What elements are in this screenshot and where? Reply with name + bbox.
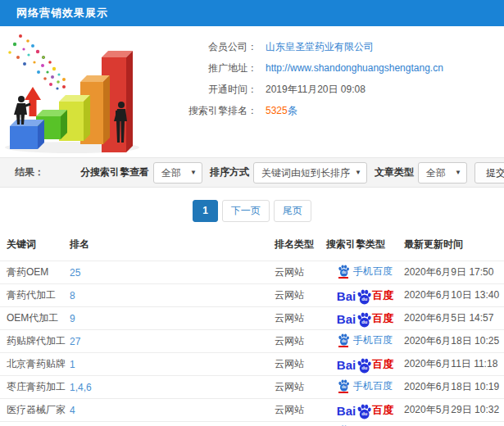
baidu-paw-icon: du bbox=[338, 379, 350, 393]
rank-type-cell: 云网站 bbox=[275, 422, 326, 426]
header-rank: 排名 bbox=[70, 230, 275, 261]
updated-cell: 2020年6月5日 14:57 bbox=[404, 307, 504, 330]
baidu-paw-icon: du bbox=[338, 333, 350, 347]
table-row: 菏泽膏药厂家 17 云网站 du 手机百度 bbox=[0, 422, 504, 426]
updated-cell: 2020年6月18日 10:19 bbox=[404, 376, 504, 399]
updated-cell: 2020年6月11日 11:40 bbox=[404, 422, 504, 426]
rank-count-number: 5325 bbox=[266, 105, 288, 116]
keyword-cell: 药贴牌代加工 bbox=[0, 330, 70, 353]
baidu-bai-text: Bai bbox=[337, 289, 356, 303]
confetti-dots bbox=[8, 34, 66, 90]
company-label: 会员公司： bbox=[157, 36, 257, 57]
baidu-red-underline bbox=[338, 346, 348, 347]
sort-select[interactable]: 关键词由短到长排序 ▼ bbox=[253, 162, 367, 184]
baidu-logo: Bai du 百度 bbox=[337, 310, 393, 326]
article-type-select[interactable]: 全部 ▼ bbox=[418, 162, 467, 184]
keyword-cell: 枣庄膏药加工 bbox=[0, 376, 70, 399]
baidu-bai-text: Bai bbox=[337, 404, 356, 418]
rank-type-cell: 云网站 bbox=[275, 284, 326, 307]
mobile-baidu-label: 手机百度 bbox=[353, 379, 393, 393]
pagination: 1 下一页 尾页 bbox=[0, 200, 504, 222]
engine-filter-value: 全部 bbox=[161, 167, 181, 179]
sort-value: 关键词由短到长排序 bbox=[261, 167, 350, 179]
rank-link[interactable]: 1,4,6 bbox=[70, 382, 92, 393]
bar-chart-illustration-svg bbox=[0, 29, 157, 156]
promo-url-link[interactable]: http://www.shandonghuangshengtang.cn bbox=[266, 57, 443, 79]
growth-arrow bbox=[25, 87, 41, 116]
table-row: 北京膏药贴牌 1 云网站 Bai du 百度 2 bbox=[0, 353, 504, 376]
submit-button[interactable]: 提交 bbox=[474, 162, 504, 184]
keyword-cell: 北京膏药贴牌 bbox=[0, 353, 70, 376]
engine-filter-select[interactable]: 全部 ▼ bbox=[153, 162, 202, 184]
paw-du-text: du bbox=[361, 365, 367, 370]
rank-type-cell: 云网站 bbox=[275, 353, 326, 376]
paw-du-text: du bbox=[342, 339, 347, 343]
header-engine-type: 搜索引擎类型 bbox=[326, 230, 404, 261]
rank-link[interactable]: 1 bbox=[70, 359, 75, 370]
baidu-bai-text: Bai bbox=[337, 312, 356, 326]
account-info-list: 会员公司： 山东皇圣堂药业有限公司 推广地址： http://www.shand… bbox=[157, 29, 443, 156]
results-table-body: 膏药OEM 25 云网站 du 手机百度 bbox=[0, 261, 504, 426]
paw-du-text: du bbox=[342, 270, 347, 274]
baidu-logo: Bai du 百度 bbox=[337, 402, 393, 418]
baidu-logo: Bai du 百度 bbox=[337, 288, 393, 303]
chevron-down-icon: ▼ bbox=[455, 163, 461, 183]
rank-type-cell: 云网站 bbox=[275, 261, 326, 284]
paw-du-text: du bbox=[342, 385, 347, 389]
open-time-value: 2019年11月20日 09:08 bbox=[266, 79, 366, 100]
page-title: 网络营销效果展示 bbox=[16, 7, 108, 19]
open-time-label: 开通时间： bbox=[157, 79, 257, 100]
table-row: 膏药代加工 8 云网站 Bai du 百度 20 bbox=[0, 284, 504, 307]
table-row: 药贴牌代加工 27 云网站 du 手机百度 bbox=[0, 330, 504, 353]
rank-count-value: 5325条 bbox=[266, 100, 297, 121]
rank-link[interactable]: 8 bbox=[70, 290, 75, 301]
baidu-bai-text: Bai bbox=[337, 358, 356, 372]
filter-controls: 分搜索引擎查看 全部 ▼ 排序方式 关键词由短到长排序 ▼ 文章类型 全部 ▼ … bbox=[73, 162, 504, 184]
baidu-cn-text: 百度 bbox=[372, 357, 393, 372]
sort-label: 排序方式 bbox=[210, 165, 249, 179]
rank-link[interactable]: 4 bbox=[70, 405, 75, 416]
rank-type-cell: 云网站 bbox=[275, 399, 326, 422]
updated-cell: 2020年6月10日 13:40 bbox=[404, 284, 504, 307]
mobile-baidu-badge: du 手机百度 bbox=[338, 333, 393, 347]
rank-count-suffix: 条 bbox=[288, 105, 297, 116]
last-page-button[interactable]: 尾页 bbox=[274, 200, 311, 222]
baidu-red-underline bbox=[338, 277, 348, 279]
page-title-bar: 网络营销效果展示 bbox=[0, 0, 504, 26]
rank-link[interactable]: 9 bbox=[70, 313, 75, 324]
chevron-down-icon: ▼ bbox=[190, 163, 197, 183]
baidu-paw-icon: du bbox=[356, 358, 372, 374]
mobile-baidu-badge: du 手机百度 bbox=[338, 379, 393, 393]
updated-cell: 2020年6月18日 10:25 bbox=[404, 330, 504, 353]
keyword-cell: 菏泽膏药厂家 bbox=[0, 422, 70, 426]
article-type-value: 全部 bbox=[426, 167, 446, 179]
info-row-url: 推广地址： http://www.shandonghuangshengtang.… bbox=[157, 57, 443, 79]
header-keyword: 关键词 bbox=[0, 230, 70, 261]
rank-count-label: 搜索引擎排名： bbox=[157, 100, 257, 121]
rank-link[interactable]: 27 bbox=[70, 336, 80, 347]
keyword-cell: 医疗器械厂家 bbox=[0, 399, 70, 422]
baidu-logo: Bai du 百度 bbox=[337, 356, 393, 372]
keyword-cell: 膏药代加工 bbox=[0, 284, 70, 307]
info-row-rank-count: 搜索引擎排名： 5325条 bbox=[157, 100, 443, 121]
next-page-button[interactable]: 下一页 bbox=[222, 200, 270, 222]
keyword-cell: 膏药OEM bbox=[0, 261, 70, 284]
table-row: 枣庄膏药加工 1,4,6 云网站 du 手机百度 bbox=[0, 376, 504, 399]
updated-cell: 2020年6月11日 11:18 bbox=[404, 353, 504, 376]
mobile-baidu-label: 手机百度 bbox=[353, 265, 393, 279]
rank-type-cell: 云网站 bbox=[275, 376, 326, 399]
baidu-paw-icon: du bbox=[338, 265, 350, 279]
baidu-paw-icon: du bbox=[356, 404, 372, 419]
baidu-paw-icon: du bbox=[356, 289, 372, 305]
article-type-label: 文章类型 bbox=[375, 165, 414, 179]
chevron-down-icon: ▼ bbox=[355, 163, 361, 183]
account-info-section: 会员公司： 山东皇圣堂药业有限公司 推广地址： http://www.shand… bbox=[0, 26, 504, 156]
company-link[interactable]: 山东皇圣堂药业有限公司 bbox=[266, 36, 374, 57]
header-updated: 最新更新时间 bbox=[404, 230, 504, 261]
results-table: 关键词 排名 排名类型 搜索引擎类型 最新更新时间 膏药OEM 25 云网站 d… bbox=[0, 230, 504, 426]
rank-link[interactable]: 25 bbox=[70, 267, 80, 279]
updated-cell: 2020年6月9日 17:50 bbox=[404, 261, 504, 284]
filter-bar: 结果： 分搜索引擎查看 全部 ▼ 排序方式 关键词由短到长排序 ▼ 文章类型 全… bbox=[0, 157, 504, 188]
rank-type-cell: 云网站 bbox=[275, 330, 326, 353]
page-button-current[interactable]: 1 bbox=[193, 200, 218, 222]
